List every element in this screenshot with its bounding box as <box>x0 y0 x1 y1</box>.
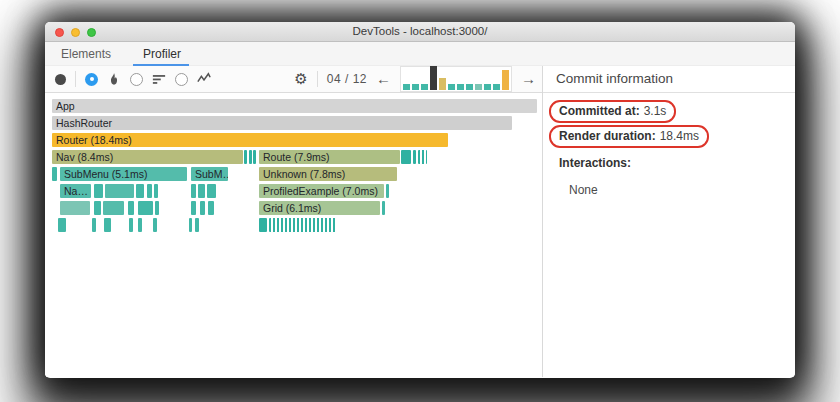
flame-row: SubMenu (5.1ms)SubM…Unknown (7.8ms) <box>52 167 542 181</box>
zoom-button[interactable] <box>87 28 96 37</box>
flame-bar[interactable] <box>249 150 252 164</box>
screenshot-stage: DevTools - localhost:3000/ Elements Prof… <box>0 0 840 402</box>
flame-bar[interactable] <box>244 150 247 164</box>
flame-bar[interactable] <box>92 218 96 232</box>
record-button[interactable] <box>55 74 66 85</box>
toolbar-divider2 <box>317 71 318 87</box>
flame-bar[interactable] <box>105 184 134 198</box>
flame-bar[interactable] <box>418 150 427 164</box>
flame-bar-app[interactable]: App <box>52 99 537 113</box>
flame-bar[interactable] <box>253 150 256 164</box>
flame-bar[interactable] <box>155 201 159 215</box>
snapshot-bar-12[interactable] <box>502 70 509 90</box>
flame-bar[interactable] <box>198 184 205 198</box>
next-snapshot-button[interactable]: → <box>521 72 536 86</box>
close-button[interactable] <box>55 28 64 37</box>
commit-info-title: Commit information <box>543 66 795 93</box>
prev-snapshot-button[interactable]: ← <box>376 72 391 86</box>
flame-bar[interactable] <box>129 218 133 232</box>
snapshot-bar-6[interactable] <box>448 84 455 90</box>
flame-bar-subm[interactable]: SubM… <box>191 167 228 181</box>
tab-bar: Elements Profiler <box>45 42 795 66</box>
flame-icon[interactable] <box>107 72 121 86</box>
devtools-window: DevTools - localhost:3000/ Elements Prof… <box>45 22 795 378</box>
flame-bar[interactable] <box>382 201 385 215</box>
flame-bar[interactable] <box>60 201 90 215</box>
flame-bar[interactable] <box>401 150 411 164</box>
flame-bar-na[interactable]: Na… <box>60 184 91 198</box>
title-bar[interactable]: DevTools - localhost:3000/ <box>45 22 795 42</box>
render-duration-annotation-circle: Render duration:18.4ms <box>549 125 709 148</box>
tab-profiler[interactable]: Profiler <box>143 47 181 61</box>
snapshot-bar-1[interactable] <box>403 84 410 90</box>
flame-bar[interactable] <box>128 201 134 215</box>
flame-bar[interactable] <box>195 218 199 232</box>
snapshot-bar-10[interactable] <box>484 84 491 90</box>
snapshot-selector[interactable] <box>400 66 512 92</box>
flame-bar[interactable] <box>207 184 216 198</box>
flame-bar-unknown[interactable]: Unknown (7.8ms) <box>259 167 397 181</box>
flame-chart-radio[interactable] <box>85 73 98 86</box>
flame-bar[interactable] <box>153 218 157 232</box>
flame-bar-route[interactable]: Route (7.9ms) <box>259 150 400 164</box>
commit-info-panel: Commit information Committed at:3.1s Ren… <box>543 66 795 377</box>
ranked-chart-radio[interactable] <box>130 73 143 86</box>
flame-bar[interactable] <box>52 167 57 181</box>
minimize-button[interactable] <box>71 28 80 37</box>
flame-bar-grid[interactable]: Grid (6.1ms) <box>259 201 380 215</box>
flame-bar[interactable] <box>138 201 153 215</box>
flame-row: Na…ProfiledExample (7.0ms) <box>52 184 542 198</box>
flame-bar[interactable] <box>189 218 192 232</box>
traffic-lights <box>55 28 96 37</box>
flame-bar[interactable] <box>147 184 152 198</box>
snapshot-bar-3[interactable] <box>421 84 428 90</box>
snapshot-bar-2[interactable] <box>412 84 419 90</box>
interactions-radio[interactable] <box>175 73 188 86</box>
interactions-label: Interactions: <box>549 156 787 170</box>
flame-bar[interactable] <box>259 218 267 232</box>
flame-bar-hashrouter[interactable]: HashRouter <box>52 116 512 130</box>
main-split: ⚙ 04 / 12 ← → AppHashRouterRouter (18.4m… <box>45 66 795 377</box>
flame-bar-router[interactable]: Router (18.4ms) <box>52 133 448 147</box>
flame-graph: AppHashRouterRouter (18.4ms)Nav (8.4ms)R… <box>45 93 542 377</box>
flame-bar[interactable] <box>200 201 205 215</box>
snapshot-counter: 04 / 12 <box>327 72 367 86</box>
flame-bar[interactable] <box>104 218 111 232</box>
flame-bar-nav[interactable]: Nav (8.4ms) <box>52 150 243 164</box>
interactions-value: None <box>549 183 787 197</box>
flame-bar[interactable] <box>138 218 142 232</box>
profiler-panel: ⚙ 04 / 12 ← → AppHashRouterRouter (18.4m… <box>45 66 543 377</box>
committed-at-value: 3.1s <box>644 104 667 118</box>
flame-bar-submenu[interactable]: SubMenu (5.1ms) <box>60 167 187 181</box>
flame-row: Router (18.4ms) <box>52 133 542 147</box>
flame-bar[interactable] <box>154 184 158 198</box>
interactions-icon[interactable] <box>197 72 211 86</box>
flame-bar[interactable] <box>94 201 101 215</box>
flame-bar[interactable] <box>58 218 66 232</box>
flame-bar[interactable] <box>413 150 416 164</box>
flame-bar[interactable] <box>191 201 196 215</box>
snapshot-bar-7[interactable] <box>457 84 464 90</box>
flame-bar[interactable] <box>386 184 389 198</box>
settings-gear-icon[interactable]: ⚙ <box>294 72 307 86</box>
ranked-chart-icon[interactable] <box>152 72 166 86</box>
profiler-toolbar: ⚙ 04 / 12 ← → <box>45 66 542 93</box>
snapshot-bar-11[interactable] <box>493 84 500 90</box>
flame-bar[interactable] <box>136 184 144 198</box>
commit-info-body: Committed at:3.1s Render duration:18.4ms… <box>543 93 795 197</box>
window-title: DevTools - localhost:3000/ <box>353 25 488 37</box>
committed-at-label: Committed at: <box>559 104 640 118</box>
flame-bar[interactable] <box>94 184 103 198</box>
snapshot-bar-5[interactable] <box>439 78 446 90</box>
flame-bar[interactable] <box>208 201 214 215</box>
snapshot-bar-8[interactable] <box>466 84 473 90</box>
snapshot-bar-9[interactable] <box>475 84 482 90</box>
toolbar-divider <box>75 71 76 87</box>
flame-bar[interactable] <box>269 218 337 232</box>
tab-elements[interactable]: Elements <box>61 47 111 61</box>
flame-bar[interactable] <box>191 184 196 198</box>
snapshot-bar-4-selected[interactable] <box>430 66 437 90</box>
flame-row: HashRouter <box>52 116 542 130</box>
flame-bar[interactable] <box>103 201 124 215</box>
flame-bar-profiledexample[interactable]: ProfiledExample (7.0ms) <box>259 184 384 198</box>
